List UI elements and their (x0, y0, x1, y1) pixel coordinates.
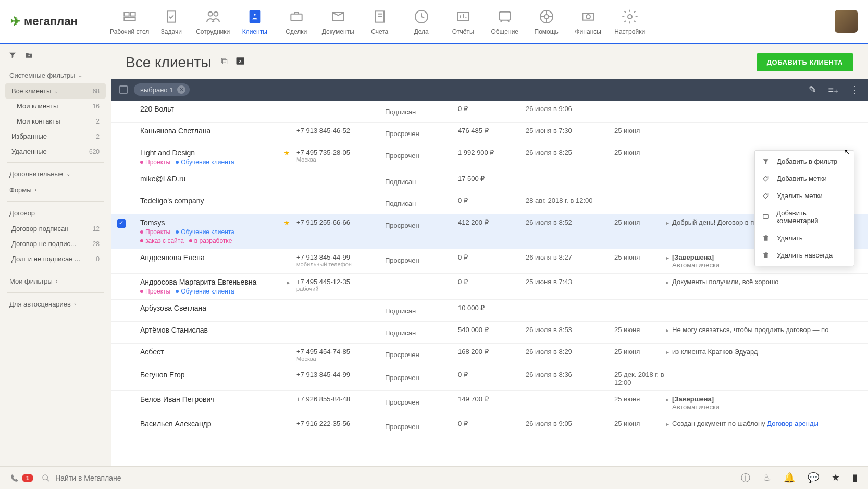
svg-point-4 (208, 12, 212, 16)
menu-icon (762, 158, 771, 165)
forms-group[interactable]: Формы› (5, 182, 106, 198)
filter-item[interactable]: Избранные2 (5, 129, 106, 144)
phone: +7 916 222-35-56 (296, 420, 385, 427)
status: Просрочен (385, 149, 458, 160)
additional-group[interactable]: Дополнительные⌄ (5, 166, 106, 182)
filter-item[interactable]: Договор не подпис...28 (5, 236, 106, 251)
user-avatar[interactable] (835, 10, 858, 33)
nav-item-5[interactable]: Документы (317, 1, 359, 42)
nav-item-6[interactable]: Счета (359, 1, 401, 42)
filter-item[interactable]: Удаленные620 (5, 144, 106, 159)
folder-add-icon[interactable] (24, 51, 33, 61)
date2: 25 июня (614, 348, 666, 356)
chat-icon[interactable]: 💬 (808, 472, 819, 484)
phone: +7 926 855-84-48 (296, 395, 385, 403)
clear-selection-icon[interactable]: ✕ (177, 85, 185, 94)
table-row[interactable]: Асбест +7 495 454-74-85Москва Просрочен … (111, 344, 868, 366)
nav-icon (370, 7, 389, 26)
filter-add-icon[interactable] (8, 51, 17, 61)
table-row[interactable]: Бегунов Егор +7 913 845-44-99 Просрочен … (111, 366, 868, 391)
add-to-list-icon[interactable]: ≡₊ (828, 84, 839, 95)
table-row[interactable]: 220 Вольт Подписан 0 ₽ 26 июля в 9:06 (111, 101, 868, 123)
date1: 28 авг. 2018 г. в 12:00 (526, 197, 614, 204)
status: Подписан (385, 175, 458, 186)
nav-item-7[interactable]: Дела (401, 1, 442, 42)
logo-icon: ✈ (10, 14, 21, 29)
amount: 412 200 ₽ (458, 218, 526, 226)
svg-point-7 (253, 13, 256, 16)
add-client-button[interactable]: ДОБАВИТЬ КЛИЕНТА (757, 53, 853, 71)
table-row[interactable]: Артёмов Станислав Подписан 540 000 ₽ 26 … (111, 322, 868, 344)
menu-item[interactable]: Удалить (755, 229, 854, 247)
date1: 26 июля в 8:25 (526, 149, 614, 156)
filter-item[interactable]: Договор подписан12 (5, 221, 106, 236)
page-header: Все клиенты ⧉ x ДОБАВИТЬ КЛИЕНТА (111, 44, 868, 79)
chevron-right-icon: ▸ (666, 253, 669, 269)
nav-item-0[interactable]: Рабочий стол (109, 1, 151, 42)
excel-export-icon[interactable]: x (235, 56, 245, 69)
logo[interactable]: ✈ мегаплан (10, 14, 78, 29)
nav-item-1[interactable]: Задачи (151, 1, 192, 42)
chevron-right-icon: › (74, 301, 76, 307)
copy-icon[interactable]: ⧉ (221, 56, 228, 69)
table-row[interactable]: Андросова Маргарита Евгеньевна▸ ПроектыО… (111, 274, 868, 300)
info-icon[interactable]: ⓘ (741, 472, 750, 484)
table-row[interactable]: Белов Иван Петрович +7 926 855-84-48 Про… (111, 391, 868, 415)
nav-item-9[interactable]: Общение (484, 1, 526, 42)
menu-icon (762, 213, 770, 221)
menu-item[interactable]: Добавить в фильтр (755, 153, 854, 170)
menu-icon (762, 192, 771, 200)
amount: 540 000 ₽ (458, 326, 526, 334)
filter-item[interactable]: Долг и не подписан ...0 (5, 251, 106, 266)
table-row[interactable]: Васильев Александр +7 916 222-35-56 Прос… (111, 415, 868, 437)
filter-item[interactable]: Все клиенты⌄68 (5, 83, 106, 99)
chevron-down-icon: ⌄ (66, 171, 70, 177)
menu-icon (762, 235, 771, 242)
filter-item[interactable]: Мои клиенты16 (5, 99, 106, 114)
logo-text: мегаплан (24, 15, 78, 28)
client-name: Артёмов Станислав (140, 326, 208, 334)
nav-item-10[interactable]: Помощь (526, 1, 567, 42)
table-row[interactable]: Арбузова Светлана Подписан 10 000 ₽ (111, 300, 868, 322)
more-icon[interactable]: ⋮ (850, 84, 860, 95)
edit-icon[interactable]: ✎ (809, 84, 816, 95)
select-all-checkbox[interactable] (119, 85, 128, 94)
menu-icon (762, 252, 771, 259)
my-filters-group[interactable]: Мои фильтры› (5, 273, 106, 289)
global-search[interactable] (42, 474, 490, 482)
menu-item[interactable]: Добавить комментарий (755, 204, 854, 229)
date2: 25 июня (614, 326, 666, 334)
date1: 25 июня в 7:30 (526, 127, 614, 135)
tag: Проекты (140, 288, 170, 295)
amount: 1 992 900 ₽ (458, 149, 526, 156)
phone-badge[interactable]: 1 (10, 474, 33, 482)
date2: 25 июня (614, 127, 666, 135)
bell-icon[interactable]: 🔔 (784, 472, 795, 484)
bookmark-icon[interactable]: ▮ (852, 472, 858, 484)
nav-icon (537, 7, 556, 26)
client-name: Бегунов Егор (140, 371, 185, 379)
svg-text:x: x (239, 58, 241, 64)
search-input[interactable] (55, 474, 490, 482)
activity-icon[interactable]: ♨ (763, 472, 771, 484)
chevron-right-icon: ▸ (666, 348, 669, 356)
menu-item[interactable]: Удалить навсегда (755, 247, 854, 264)
nav-item-4[interactable]: Сделки (276, 1, 317, 42)
chevron-right-icon: ▸ (666, 218, 669, 226)
system-filters-group[interactable]: Системные фильтры⌄ (5, 67, 106, 83)
nav-item-2[interactable]: Сотрудники (192, 1, 234, 42)
table-row[interactable]: Каньянова Светлана +7 913 845-46-52 Прос… (111, 123, 868, 144)
nav-item-11[interactable]: Финансы (567, 1, 609, 42)
phone: +7 915 255-66-66 (296, 218, 385, 226)
menu-item[interactable]: Добавить метки (755, 170, 854, 187)
filter-item[interactable]: Мои контакты2 (5, 114, 106, 129)
nav-item-12[interactable]: Настройки (609, 1, 651, 42)
amount: 476 485 ₽ (458, 127, 526, 135)
nav-item-3[interactable]: Клиенты (234, 1, 276, 42)
nav-item-8[interactable]: Отчёты (442, 1, 484, 42)
star-icon[interactable]: ★ (832, 472, 840, 484)
date1: 26 июля в 9:05 (526, 420, 614, 427)
row-checkbox[interactable] (117, 219, 126, 228)
menu-item[interactable]: Удалить метки (755, 187, 854, 204)
auto-scripts-group[interactable]: Для автосценариев› (5, 296, 106, 312)
